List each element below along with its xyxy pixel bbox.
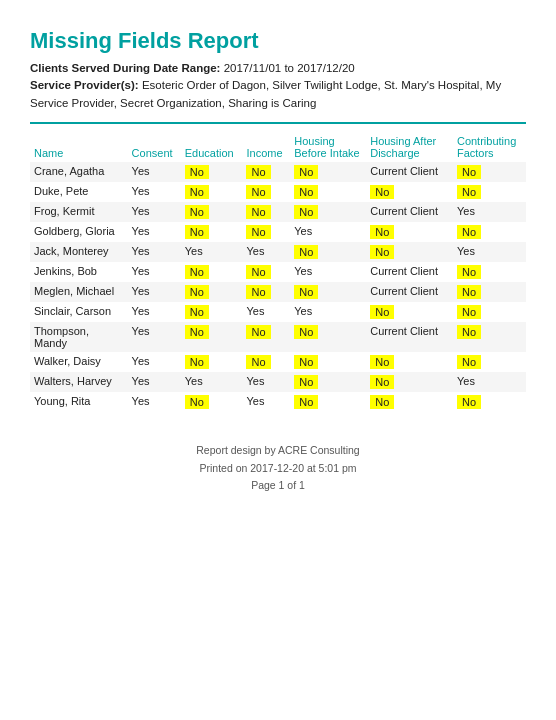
table-row: Walker, DaisyYesNoNoNoNoNo bbox=[30, 352, 526, 372]
table-row: Crane, AgathaYesNoNoNoCurrent ClientNo bbox=[30, 162, 526, 182]
table-cell: No bbox=[242, 262, 290, 282]
table-cell: Frog, Kermit bbox=[30, 202, 128, 222]
table-cell: Yes bbox=[128, 352, 181, 372]
table-cell: No bbox=[242, 282, 290, 302]
table-cell: Current Client bbox=[366, 262, 453, 282]
table-cell: Yes bbox=[181, 242, 243, 262]
table-cell: Walker, Daisy bbox=[30, 352, 128, 372]
table-cell: Yes bbox=[128, 282, 181, 302]
table-cell: Yes bbox=[128, 392, 181, 412]
table-cell: No bbox=[366, 302, 453, 322]
table-cell: Yes bbox=[128, 222, 181, 242]
table-cell: No bbox=[290, 352, 366, 372]
table-cell: Crane, Agatha bbox=[30, 162, 128, 182]
table-cell: No bbox=[290, 242, 366, 262]
table-cell: Yes bbox=[128, 202, 181, 222]
col-header-consent: Consent bbox=[128, 132, 181, 162]
table-cell: No bbox=[181, 392, 243, 412]
missing-fields-table: Name Consent Education Income Housing Be… bbox=[30, 132, 526, 412]
table-cell: No bbox=[366, 352, 453, 372]
table-row: Frog, KermitYesNoNoNoCurrent ClientYes bbox=[30, 202, 526, 222]
table-cell: No bbox=[181, 302, 243, 322]
table-row: Meglen, MichaelYesNoNoNoCurrent ClientNo bbox=[30, 282, 526, 302]
table-cell: Yes bbox=[290, 262, 366, 282]
footer-line2: Printed on 2017-12-20 at 5:01 pm bbox=[30, 460, 526, 478]
table-cell: No bbox=[242, 222, 290, 242]
table-cell: Current Client bbox=[366, 202, 453, 222]
table-cell: Yes bbox=[128, 322, 181, 352]
table-cell: No bbox=[453, 162, 526, 182]
table-cell: No bbox=[366, 242, 453, 262]
table-cell: Current Client bbox=[366, 322, 453, 352]
col-header-education: Education bbox=[181, 132, 243, 162]
table-cell: No bbox=[290, 322, 366, 352]
table-cell: No bbox=[366, 392, 453, 412]
table-cell: No bbox=[290, 392, 366, 412]
table-cell: No bbox=[181, 162, 243, 182]
table-cell: Thompson, Mandy bbox=[30, 322, 128, 352]
report-footer: Report design by ACRE Consulting Printed… bbox=[30, 442, 526, 496]
table-cell: No bbox=[453, 282, 526, 302]
table-cell: No bbox=[366, 222, 453, 242]
table-cell: Jack, Monterey bbox=[30, 242, 128, 262]
col-header-income: Income bbox=[242, 132, 290, 162]
service-provider-label: Service Provider(s): bbox=[30, 79, 139, 91]
table-cell: Current Client bbox=[366, 282, 453, 302]
table-cell: No bbox=[453, 222, 526, 242]
table-cell: No bbox=[242, 202, 290, 222]
table-cell: Yes bbox=[290, 302, 366, 322]
table-cell: Duke, Pete bbox=[30, 182, 128, 202]
table-cell: No bbox=[453, 262, 526, 282]
table-cell: Yes bbox=[128, 372, 181, 392]
col-header-name: Name bbox=[30, 132, 128, 162]
table-cell: No bbox=[181, 352, 243, 372]
table-cell: No bbox=[242, 162, 290, 182]
table-cell: No bbox=[181, 202, 243, 222]
table-cell: Yes bbox=[242, 392, 290, 412]
table-cell: Yes bbox=[128, 182, 181, 202]
table-row: Thompson, MandyYesNoNoNoCurrent ClientNo bbox=[30, 322, 526, 352]
date-range-value: 2017/11/01 to 2017/12/20 bbox=[224, 62, 355, 74]
table-cell: No bbox=[242, 352, 290, 372]
report-meta: Clients Served During Date Range: 2017/1… bbox=[30, 60, 526, 112]
table-cell: Yes bbox=[128, 302, 181, 322]
table-cell: No bbox=[181, 322, 243, 352]
table-cell: No bbox=[290, 162, 366, 182]
table-cell: Yes bbox=[453, 242, 526, 262]
table-cell: No bbox=[453, 352, 526, 372]
col-header-housing-after: Housing After Discharge bbox=[366, 132, 453, 162]
table-header-row: Name Consent Education Income Housing Be… bbox=[30, 132, 526, 162]
table-cell: Meglen, Michael bbox=[30, 282, 128, 302]
table-cell: No bbox=[181, 222, 243, 242]
col-header-contributing: Contributing Factors bbox=[453, 132, 526, 162]
table-cell: Walters, Harvey bbox=[30, 372, 128, 392]
table-cell: No bbox=[290, 372, 366, 392]
table-cell: Sinclair, Carson bbox=[30, 302, 128, 322]
table-cell: No bbox=[366, 182, 453, 202]
table-row: Duke, PeteYesNoNoNoNoNo bbox=[30, 182, 526, 202]
table-cell: Jenkins, Bob bbox=[30, 262, 128, 282]
table-cell: Yes bbox=[128, 162, 181, 182]
table-cell: No bbox=[366, 372, 453, 392]
table-cell: Yes bbox=[128, 262, 181, 282]
table-row: Young, RitaYesNoYesNoNoNo bbox=[30, 392, 526, 412]
table-row: Sinclair, CarsonYesNoYesYesNoNo bbox=[30, 302, 526, 322]
table-cell: Yes bbox=[453, 202, 526, 222]
table-cell: Current Client bbox=[366, 162, 453, 182]
table-cell: Young, Rita bbox=[30, 392, 128, 412]
table-cell: Yes bbox=[290, 222, 366, 242]
header-divider bbox=[30, 122, 526, 124]
date-range-label: Clients Served During Date Range: bbox=[30, 62, 220, 74]
footer-line3: Page 1 of 1 bbox=[30, 477, 526, 495]
table-cell: No bbox=[242, 322, 290, 352]
report-title: Missing Fields Report bbox=[30, 28, 526, 54]
table-cell: No bbox=[290, 182, 366, 202]
table-cell: No bbox=[453, 392, 526, 412]
table-cell: Yes bbox=[242, 242, 290, 262]
table-cell: Yes bbox=[128, 242, 181, 262]
table-cell: No bbox=[181, 282, 243, 302]
table-cell: No bbox=[290, 282, 366, 302]
col-header-housing-before: Housing Before Intake bbox=[290, 132, 366, 162]
footer-line1: Report design by ACRE Consulting bbox=[30, 442, 526, 460]
table-row: Walters, HarveyYesYesYesNoNoYes bbox=[30, 372, 526, 392]
